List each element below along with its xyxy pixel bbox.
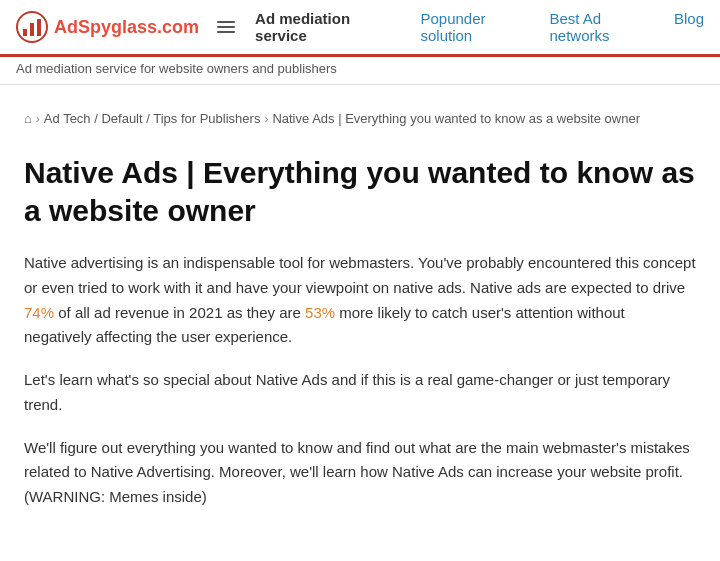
- breadcrumb-current: Native Ads | Everything you wanted to kn…: [272, 111, 640, 126]
- nav-popunder-solution[interactable]: Popunder solution: [420, 10, 529, 44]
- site-tagline: Ad mediation service for website owners …: [0, 57, 720, 84]
- p1-text-middle: of all ad revenue in 2021 as they are: [54, 304, 305, 321]
- nav-blog[interactable]: Blog: [674, 10, 704, 44]
- breadcrumb: ⌂ › Ad Tech / Default / Tips for Publish…: [24, 101, 696, 136]
- breadcrumb-ad-tech[interactable]: Ad Tech / Default / Tips for Publishers: [44, 111, 261, 126]
- logo-ad: Ad: [54, 17, 78, 37]
- home-icon: ⌂: [24, 111, 32, 126]
- p3-text: We'll figure out everything you wanted t…: [24, 439, 690, 506]
- site-header: AdSpyglass.com Ad mediation service Popu…: [0, 0, 720, 57]
- article-body: Native advertising is an indispensable t…: [24, 251, 696, 510]
- breadcrumb-arrow-1: ›: [36, 112, 40, 126]
- p1-text-before: Native advertising is an indispensable t…: [24, 254, 696, 296]
- p2-text: Let's learn what's so special about Nati…: [24, 371, 670, 413]
- nav-current-label: Ad mediation service: [255, 10, 394, 44]
- logo-text: AdSpyglass.com: [54, 17, 199, 38]
- logo-spyglass: Spyglass.com: [78, 17, 199, 37]
- p1-highlight-53: 53%: [305, 304, 335, 321]
- nav-best-ad-networks[interactable]: Best Ad networks: [549, 10, 653, 44]
- p1-highlight-74: 74%: [24, 304, 54, 321]
- main-content: ⌂ › Ad Tech / Default / Tips for Publish…: [0, 85, 720, 552]
- logo-icon: [16, 11, 48, 43]
- breadcrumb-arrow-2: ›: [264, 112, 268, 126]
- article-paragraph-3: We'll figure out everything you wanted t…: [24, 436, 696, 510]
- svg-rect-3: [37, 19, 41, 36]
- article-paragraph-2: Let's learn what's so special about Nati…: [24, 368, 696, 418]
- article-paragraph-1: Native advertising is an indispensable t…: [24, 251, 696, 350]
- svg-rect-1: [23, 29, 27, 36]
- main-nav: Popunder solution Best Ad networks Blog: [420, 10, 704, 44]
- svg-rect-2: [30, 23, 34, 36]
- hamburger-menu-icon[interactable]: [217, 21, 235, 33]
- article-title: Native Ads | Everything you wanted to kn…: [24, 154, 696, 229]
- logo-area: AdSpyglass.com: [16, 11, 199, 43]
